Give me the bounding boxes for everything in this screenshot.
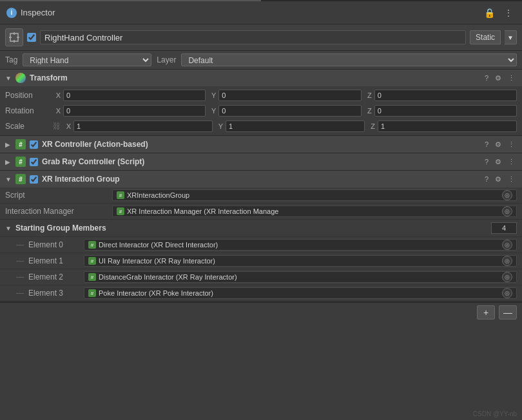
position-x-label: X <box>53 91 61 99</box>
grab-ray-header[interactable]: ▶ # Grab Ray Controller (Script) ? ⚙ ⋮ <box>0 153 522 170</box>
tag-label: Tag <box>5 55 17 64</box>
position-z-input[interactable] <box>374 90 517 101</box>
group-members-title: Starting Group Members <box>15 224 487 233</box>
element-1-value-text: UI Ray Interactor (XR Ray Interactor) <box>99 257 499 265</box>
transform-icon <box>15 73 26 83</box>
inspector-header: i Inspector 🔒 ⋮ <box>0 1 522 24</box>
grab-ray-title: Grab Ray Controller (Script) <box>42 157 479 166</box>
scale-z-label: Z <box>367 122 375 130</box>
transform-title: Transform <box>30 73 479 82</box>
position-y-input[interactable] <box>218 90 361 101</box>
static-button[interactable]: Static <box>470 30 501 44</box>
element-2-hash-icon: # <box>88 273 96 281</box>
transform-fold-arrow: ▼ <box>5 75 12 82</box>
xr-controller-hash-icon: # <box>15 139 26 149</box>
rotation-z-label: Z <box>364 107 372 115</box>
remove-element-button[interactable]: — <box>499 305 517 320</box>
xr-group-settings-button[interactable]: ⚙ <box>493 175 503 184</box>
element-1-select-button[interactable]: ◎ <box>502 256 512 266</box>
tag-select[interactable]: Right Hand <box>23 53 151 66</box>
add-element-button[interactable]: + <box>477 305 495 320</box>
gameobject-checkbox[interactable] <box>27 33 36 42</box>
xr-group-hash-icon: # <box>15 174 26 184</box>
grab-ray-settings-button[interactable]: ⚙ <box>493 157 503 167</box>
element-2-row: — Element 2 # DistanceGrab Interactor (X… <box>0 269 522 285</box>
grab-ray-checkbox[interactable] <box>30 158 38 166</box>
transform-settings-button[interactable]: ⚙ <box>493 73 503 83</box>
position-x-input[interactable] <box>63 90 206 101</box>
element-0-row: — Element 0 # Direct Interactor (XR Dire… <box>0 237 522 253</box>
menu-button[interactable]: ⋮ <box>501 6 516 19</box>
xr-controller-title: XR Controller (Action-based) <box>42 140 479 149</box>
scale-y-input[interactable] <box>226 120 365 132</box>
element-0-label: Element 0 <box>28 240 80 249</box>
interaction-manager-select-button[interactable]: ◎ <box>502 206 512 216</box>
xr-controller-menu-button[interactable]: ⋮ <box>506 140 517 149</box>
xr-controller-header[interactable]: ▶ # XR Controller (Action-based) ? ⚙ ⋮ <box>0 136 522 153</box>
grab-ray-component: ▶ # Grab Ray Controller (Script) ? ⚙ ⋮ <box>0 153 522 171</box>
rotation-y-label: Y <box>208 107 216 115</box>
interaction-manager-row: Interaction Manager # XR Interaction Man… <box>0 204 522 220</box>
transform-fields: Position X Y Z Rotation X Y Z <box>0 86 522 135</box>
element-1-value: # UI Ray Interactor (XR Ray Interactor) … <box>84 255 517 267</box>
scale-label: Scale <box>5 122 50 131</box>
lock-button[interactable]: 🔒 <box>481 6 498 19</box>
transform-menu-button[interactable]: ⋮ <box>506 73 517 83</box>
xr-controller-settings-button[interactable]: ⚙ <box>493 140 503 149</box>
xr-controller-help-button[interactable]: ? <box>483 140 490 149</box>
element-3-label: Element 3 <box>28 289 80 298</box>
grab-ray-menu-button[interactable]: ⋮ <box>506 157 517 167</box>
interaction-manager-value: # XR Interaction Manager (XR Interaction… <box>112 205 517 217</box>
xr-group-checkbox[interactable] <box>30 175 38 184</box>
grab-ray-icons: ? ⚙ ⋮ <box>483 157 517 167</box>
transform-help-button[interactable]: ? <box>483 73 490 82</box>
group-count-input[interactable] <box>491 222 517 234</box>
static-dropdown-arrow[interactable]: ▼ <box>505 30 517 44</box>
element-0-value: # Direct Interactor (XR Direct Interacto… <box>84 239 517 251</box>
element-0-select-button[interactable]: ◎ <box>502 240 512 250</box>
rotation-label: Rotation <box>5 106 50 115</box>
bottom-bar: + — <box>0 302 522 322</box>
script-select-button[interactable]: ◎ <box>502 190 512 200</box>
xr-interaction-group-header[interactable]: ▼ # XR Interaction Group ? ⚙ ⋮ <box>0 171 522 187</box>
element-2-value-text: DistanceGrab Interactor (XR Ray Interact… <box>99 273 499 281</box>
scale-z-input[interactable] <box>378 120 517 132</box>
rotation-y-input[interactable] <box>218 105 361 117</box>
element-3-row: — Element 3 # Poke Interactor (XR Poke I… <box>0 285 522 301</box>
gameobject-name-input[interactable] <box>40 30 466 44</box>
watermark: CSDN @YY-nb <box>473 410 517 417</box>
element-2-select-button[interactable]: ◎ <box>502 272 512 282</box>
element-2-value: # DistanceGrab Interactor (XR Ray Intera… <box>84 271 517 283</box>
layer-select[interactable]: Default <box>181 53 517 66</box>
script-row: Script # XRInteractionGroup ◎ <box>0 187 522 204</box>
xr-group-help-button[interactable]: ? <box>483 175 490 184</box>
xr-controller-checkbox[interactable] <box>30 140 38 149</box>
transform-header[interactable]: ▼ Transform ? ⚙ ⋮ <box>0 70 522 86</box>
element-3-value: # Poke Interactor (XR Poke Interactor) ◎ <box>84 287 517 299</box>
position-z-label: Z <box>364 91 372 99</box>
element-3-select-button[interactable]: ◎ <box>502 288 512 298</box>
scale-x-input[interactable] <box>73 120 213 132</box>
xr-group-title: XR Interaction Group <box>42 175 479 184</box>
interaction-manager-label: Interaction Manager <box>5 207 108 216</box>
layer-label: Layer <box>157 55 176 64</box>
scale-x-label: X <box>63 122 71 130</box>
interaction-manager-hash-icon: # <box>117 207 124 215</box>
scale-link-icon: ⛓ <box>53 122 61 131</box>
element-1-row: — Element 1 # UI Ray Interactor (XR Ray … <box>0 253 522 269</box>
xr-group-menu-button[interactable]: ⋮ <box>506 175 517 184</box>
gameobject-row: Static ▼ <box>0 24 522 51</box>
xr-group-props: Script # XRInteractionGroup ◎ Interactio… <box>0 187 522 301</box>
xr-group-fold-arrow: ▼ <box>5 176 12 183</box>
position-y-label: Y <box>208 91 216 99</box>
grab-ray-help-button[interactable]: ? <box>483 157 490 166</box>
rotation-x-input[interactable] <box>63 105 206 117</box>
element-0-hash-icon: # <box>88 241 96 249</box>
xr-controller-icons: ? ⚙ ⋮ <box>483 140 517 149</box>
xr-controller-component: ▶ # XR Controller (Action-based) ? ⚙ ⋮ <box>0 136 522 153</box>
group-members-fold-arrow: ▼ <box>5 225 12 232</box>
xr-group-icons: ? ⚙ ⋮ <box>483 175 517 184</box>
grab-ray-hash-icon: # <box>15 157 26 167</box>
script-value-text: XRInteractionGroup <box>127 191 499 199</box>
rotation-z-input[interactable] <box>374 105 517 117</box>
